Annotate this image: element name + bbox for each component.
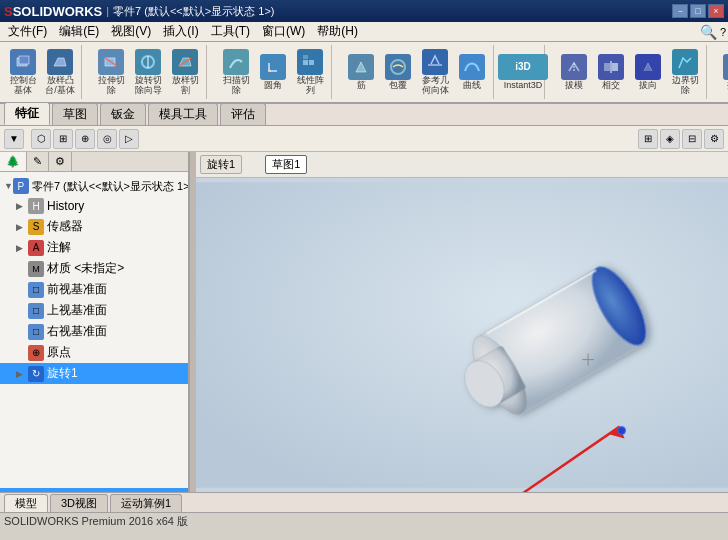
menu-help[interactable]: 帮助(H)	[311, 21, 364, 42]
tree-right-plane-item[interactable]: ▶ □ 右视基准面	[0, 321, 188, 342]
tree-material-item[interactable]: ▶ M 材质 <未指定>	[0, 258, 188, 279]
rotate-view-button[interactable]: 旋转1	[200, 155, 242, 174]
toolbar-group-rib: 筋 包覆 参考几何向体	[340, 45, 494, 99]
rib-button[interactable]: 筋	[343, 47, 379, 98]
display-style-button[interactable]: ◈	[660, 129, 680, 149]
minimize-button[interactable]: －	[672, 4, 688, 18]
draft-dir-button[interactable]: 拔向	[630, 47, 666, 98]
svg-rect-7	[309, 60, 314, 65]
tab-3d-view[interactable]: 3D视图	[50, 494, 108, 512]
status-text: SOLIDWORKS Premium 2016 x64 版	[4, 514, 188, 529]
feature-tabs-row: 特征 草图 钣金 模具工具 评估	[0, 104, 728, 126]
view-setting-button[interactable]: ⚙	[704, 129, 724, 149]
wrap-button[interactable]: 包覆	[380, 47, 416, 98]
tab-model[interactable]: 模型	[4, 494, 48, 512]
right-plane-icon: □	[28, 324, 44, 340]
tree-material-label: 材质 <未指定>	[47, 260, 124, 277]
toolbar-group-instant3d: i3D Instant3D	[502, 45, 545, 99]
tree-root-label: 零件7 (默认<<默认>显示状态 1>)	[32, 179, 188, 194]
tree-top-plane-item[interactable]: ▶ □ 上视基准面	[0, 300, 188, 321]
menu-window[interactable]: 窗口(W)	[256, 21, 311, 42]
svg-rect-8	[303, 55, 308, 59]
pattern-button[interactable]: 线性阵列	[292, 47, 328, 98]
menu-bar: 文件(F) 编辑(E) 视图(V) 插入(I) 工具(T) 窗口(W) 帮助(H…	[0, 22, 728, 42]
feature-btn-3[interactable]: ⊕	[75, 129, 95, 149]
history-icon: H	[28, 198, 44, 214]
tree-origin-label: 原点	[47, 344, 71, 361]
tab-feature[interactable]: 特征	[4, 102, 50, 125]
feature-btn-1[interactable]: ⬡	[31, 129, 51, 149]
menu-insert[interactable]: 插入(I)	[157, 21, 204, 42]
feature-manager-tab[interactable]: 🌲	[0, 152, 27, 171]
feature-btn-5[interactable]: ▷	[119, 129, 139, 149]
tree-revolve1-item[interactable]: ▶ ↻ 旋转1	[0, 363, 188, 384]
property-manager-tab[interactable]: ✎	[27, 152, 49, 171]
shell-button[interactable]: 抽壳	[718, 47, 728, 98]
title-bar: SSOLIDWORKS | 零件7 (默认<<默认>显示状态 1>) － □ ×	[0, 0, 728, 22]
menu-file[interactable]: 文件(F)	[2, 21, 53, 42]
tree-revolve1-label: 旋转1	[47, 365, 78, 382]
close-button[interactable]: ×	[708, 4, 724, 18]
loft-cut-button[interactable]: 放样切割	[167, 47, 203, 98]
tree-history-label: History	[47, 199, 84, 213]
instant3d-button[interactable]: i3D Instant3D	[505, 52, 541, 93]
config-manager-tab[interactable]: ⚙	[49, 152, 72, 171]
toolbar-group-shell: 抽壳 装饰螺旋线	[715, 45, 728, 99]
tab-sheet-metal[interactable]: 钣金	[100, 103, 146, 125]
window-controls: － □ ×	[672, 4, 724, 18]
loft-boss-button[interactable]: 放样凸台/基体	[42, 47, 78, 98]
tree-root-item[interactable]: ▼ P 零件7 (默认<<默认>显示状态 1>)	[0, 176, 188, 196]
ref-geometry-button[interactable]: 参考几何向体	[417, 47, 453, 98]
model-area: x y z	[196, 178, 728, 492]
svg-rect-1	[19, 56, 29, 64]
view-orient-button[interactable]: ⊞	[638, 129, 658, 149]
origin-icon: ⊕	[28, 345, 44, 361]
feature-btn-2[interactable]: ⊞	[53, 129, 73, 149]
front-plane-icon: □	[28, 282, 44, 298]
main-content: 🌲 ✎ ⚙ ▼ P 零件7 (默认<<默认>显示状态 1>) ▶ H Histo…	[0, 152, 728, 492]
tree-origin-item[interactable]: ▶ ⊕ 原点	[0, 342, 188, 363]
toolbar-group-boss: 控制台基体 放样凸台/基体	[2, 45, 82, 99]
revolve-cut-button[interactable]: 旋转切除向导	[130, 47, 166, 98]
curves-button[interactable]: 曲线	[454, 47, 490, 98]
tree-history-item[interactable]: ▶ H History	[0, 196, 188, 216]
feature-tree-panel: 🌲 ✎ ⚙ ▼ P 零件7 (默认<<默认>显示状态 1>) ▶ H Histo…	[0, 152, 190, 492]
help-icon[interactable]: ?	[720, 26, 726, 38]
main-toolbar: 控制台基体 放样凸台/基体 拉伸切除	[2, 44, 726, 100]
extrude-boss-button[interactable]: 控制台基体	[5, 47, 41, 98]
viewport[interactable]: 旋转1 草图1	[196, 152, 728, 492]
mini-toolbar: ▼ ⬡ ⊞ ⊕ ◎ ▷ ⊞ ◈ ⊟ ⚙	[0, 126, 728, 152]
tree-top-plane-label: 上视基准面	[47, 302, 107, 319]
status-bar: SOLIDWORKS Premium 2016 x64 版	[0, 512, 728, 530]
draft-button[interactable]: 拔模	[556, 47, 592, 98]
menu-view[interactable]: 视图(V)	[105, 21, 157, 42]
viewport-toolbar: 旋转1 草图1	[196, 152, 728, 178]
window-title: 零件7 (默认<<默认>显示状态 1>)	[113, 4, 672, 19]
tree-annotations-label: 注解	[47, 239, 71, 256]
model-viewport-svg: x y z	[196, 178, 728, 492]
svg-marker-9	[356, 62, 366, 72]
tree-annotations-item[interactable]: ▶ A 注解	[0, 237, 188, 258]
section-view-button[interactable]: ⊟	[682, 129, 702, 149]
extrude-cut-button[interactable]: 拉伸切除	[93, 47, 129, 98]
feature-btn-4[interactable]: ◎	[97, 129, 117, 149]
fillet-button[interactable]: 圆角	[255, 47, 291, 98]
sketch-view-button[interactable]: 草图1	[265, 155, 307, 174]
tab-mold-tools[interactable]: 模具工具	[148, 103, 218, 125]
tab-sketch[interactable]: 草图	[52, 103, 98, 125]
annotation-icon: A	[28, 240, 44, 256]
maximize-button[interactable]: □	[690, 4, 706, 18]
toolbar-group-detail: 扫描切除 圆角 线性阵列	[215, 45, 332, 99]
search-icon[interactable]: 🔍	[700, 24, 717, 40]
menu-edit[interactable]: 编辑(E)	[53, 21, 105, 42]
sweep-cut-button[interactable]: 扫描切除	[218, 47, 254, 98]
tab-motion-study[interactable]: 运动算例1	[110, 494, 182, 512]
boundary-cut-button[interactable]: 边界切除	[667, 47, 703, 98]
menu-tools[interactable]: 工具(T)	[205, 21, 256, 42]
tree-sensors-label: 传感器	[47, 218, 83, 235]
tree-front-plane-item[interactable]: ▶ □ 前视基准面	[0, 279, 188, 300]
filter-button[interactable]: ▼	[4, 129, 24, 149]
mirror-button[interactable]: 相交	[593, 47, 629, 98]
tree-sensors-item[interactable]: ▶ S 传感器	[0, 216, 188, 237]
tab-evaluate[interactable]: 评估	[220, 103, 266, 125]
